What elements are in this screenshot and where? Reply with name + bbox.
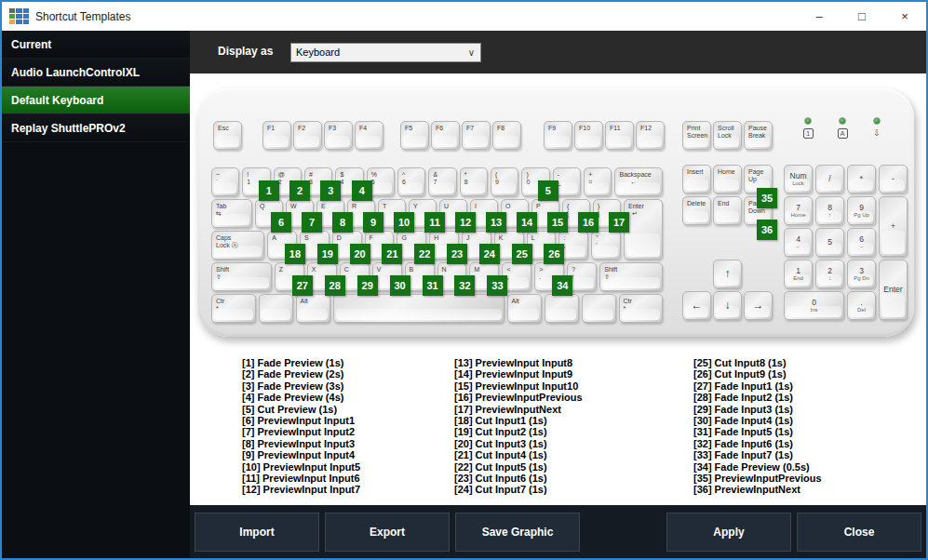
key-insert[interactable]: Insert bbox=[682, 165, 711, 193]
key-page[interactable]: Page Up35 bbox=[744, 165, 773, 193]
close-button[interactable]: Close bbox=[797, 513, 921, 552]
sidebar-item-default-keyboard[interactable]: Default Keyboard bbox=[2, 87, 190, 114]
key-blank[interactable] bbox=[582, 294, 616, 323]
key-3[interactable]: 3Pg Dn bbox=[847, 260, 876, 288]
key-blank[interactable] bbox=[545, 294, 579, 323]
key-f10[interactable]: F10 bbox=[574, 121, 603, 150]
sidebar-item-current[interactable]: Current bbox=[2, 31, 190, 59]
key-q[interactable]: Q6 bbox=[255, 199, 283, 228]
key-[interactable]: ↑ bbox=[713, 260, 742, 288]
key-[interactable]: ← bbox=[682, 291, 711, 320]
key-ctr[interactable]: Ctr * bbox=[619, 294, 664, 323]
shortcut-badge-30: 30 bbox=[390, 275, 410, 296]
key-end[interactable]: End bbox=[713, 196, 742, 225]
key-scroll[interactable]: Scroll Lock bbox=[713, 121, 742, 150]
key-5[interactable]: 5 bbox=[815, 228, 844, 257]
key-[interactable]: ) 05 bbox=[521, 167, 549, 196]
shortcut-badge-10: 10 bbox=[394, 212, 414, 233]
key-f9[interactable]: F9 bbox=[544, 121, 572, 150]
apply-button[interactable]: Apply bbox=[666, 513, 791, 552]
key-shift[interactable]: Shift ⇧ bbox=[599, 262, 663, 291]
key-[interactable]: / bbox=[815, 165, 844, 193]
key-[interactable]: ~ ` bbox=[211, 167, 239, 196]
key-esc[interactable]: Esc bbox=[213, 121, 242, 150]
key-label: ( 9 bbox=[491, 168, 518, 185]
shortcut-badge-25: 25 bbox=[512, 244, 532, 264]
key-tab[interactable]: Tab ⇆ bbox=[211, 199, 252, 228]
key-f4[interactable]: F4 bbox=[355, 121, 383, 150]
key-label bbox=[583, 295, 615, 298]
key-home[interactable]: Home bbox=[713, 165, 742, 193]
display-as-bar: Display as Keyboard ∨ bbox=[190, 31, 926, 73]
key-label: . bbox=[860, 299, 862, 307]
close-icon[interactable]: × bbox=[883, 2, 926, 31]
key-f11[interactable]: F11 bbox=[605, 121, 634, 150]
key-f3[interactable]: F3 bbox=[324, 121, 353, 150]
shortcut-badge-21: 21 bbox=[382, 244, 402, 264]
key-shift[interactable]: Shift ⇧ bbox=[211, 262, 272, 291]
shortcut-badge-27: 27 bbox=[292, 275, 313, 296]
key-[interactable]: + bbox=[879, 196, 908, 257]
key-[interactable]: ( 9 bbox=[491, 167, 518, 196]
maximize-icon[interactable]: □ bbox=[841, 2, 883, 31]
key-0[interactable]: 0Ins bbox=[784, 291, 844, 320]
app-icon-square bbox=[16, 14, 21, 19]
key-[interactable]: ↓ bbox=[713, 291, 742, 320]
key-enter[interactable]: Enter bbox=[879, 260, 908, 320]
key-num[interactable]: NumLock bbox=[784, 165, 813, 193]
key-8[interactable]: 8↑ bbox=[815, 196, 844, 225]
export-button[interactable]: Export bbox=[325, 513, 450, 552]
key-2[interactable]: 2↓ bbox=[815, 260, 844, 288]
key-label: Ctr * bbox=[212, 295, 255, 312]
display-as-value: Keyboard bbox=[296, 47, 340, 58]
key-blank[interactable] bbox=[259, 294, 293, 323]
key-label: A bbox=[268, 232, 296, 242]
key-[interactable]: → bbox=[744, 291, 773, 320]
key-label: 3 bbox=[859, 267, 864, 275]
key-1[interactable]: 1End bbox=[784, 260, 813, 288]
key-[interactable]: * bbox=[847, 165, 876, 193]
key-[interactable]: ^ 6 bbox=[397, 167, 425, 196]
key-[interactable]: " ' bbox=[591, 231, 621, 260]
key-print[interactable]: Print Screen bbox=[682, 121, 711, 150]
key-pause[interactable]: Pause Break bbox=[744, 121, 773, 150]
key-sublabel: → bbox=[859, 244, 865, 250]
key-backspace[interactable]: Backspace ← bbox=[614, 167, 663, 196]
key-delete[interactable]: Delete bbox=[682, 196, 711, 225]
sidebar-item-audio-launchcontrolxl[interactable]: Audio LaunchControlXL bbox=[2, 59, 190, 87]
key-a[interactable]: A18 bbox=[267, 231, 297, 260]
key-alt[interactable]: Alt bbox=[296, 294, 330, 323]
key-label: * bbox=[860, 175, 863, 183]
key-f1[interactable]: F1 bbox=[262, 121, 291, 150]
key-4[interactable]: 4← bbox=[784, 228, 813, 257]
key-blank[interactable] bbox=[333, 294, 504, 323]
key-f8[interactable]: F8 bbox=[492, 121, 521, 150]
import-button[interactable]: Import bbox=[195, 513, 319, 552]
key-enter[interactable]: Enter ↵ bbox=[624, 199, 663, 260]
key-[interactable]: .Del bbox=[847, 291, 876, 320]
key-[interactable]: + = bbox=[584, 167, 612, 196]
key-caps[interactable]: Caps Lock Ⓐ bbox=[211, 231, 264, 260]
sidebar-item-replay-shuttleprov2[interactable]: Replay ShuttlePROv2 bbox=[2, 114, 190, 142]
key-f6[interactable]: F6 bbox=[431, 121, 460, 150]
key-9[interactable]: 9Pg Up bbox=[847, 196, 876, 225]
key-[interactable]: > .34 bbox=[534, 262, 564, 291]
key-f7[interactable]: F7 bbox=[462, 121, 491, 150]
key-6[interactable]: 6→ bbox=[847, 228, 876, 257]
display-as-dropdown[interactable]: Keyboard ∨ bbox=[290, 43, 481, 62]
key-f2[interactable]: F2 bbox=[293, 121, 322, 150]
key-alt[interactable]: Alt bbox=[507, 294, 542, 323]
key-7[interactable]: 7Home bbox=[784, 196, 813, 225]
key-label: C bbox=[341, 263, 369, 273]
key-[interactable]: & 7 bbox=[428, 167, 456, 196]
key-z[interactable]: Z27 bbox=[275, 262, 304, 291]
key-f5[interactable]: F5 bbox=[400, 121, 429, 150]
key-ctr[interactable]: Ctr * bbox=[211, 294, 256, 323]
save-graphic-button[interactable]: Save Graphic bbox=[455, 513, 580, 552]
key-label: Enter ↵ bbox=[625, 200, 662, 217]
key-[interactable]: - bbox=[879, 165, 908, 193]
key-[interactable]: ! 11 bbox=[242, 167, 270, 196]
key-[interactable]: * 8 bbox=[460, 167, 488, 196]
minimize-icon[interactable]: – bbox=[798, 2, 841, 31]
key-f12[interactable]: F12 bbox=[636, 121, 665, 150]
